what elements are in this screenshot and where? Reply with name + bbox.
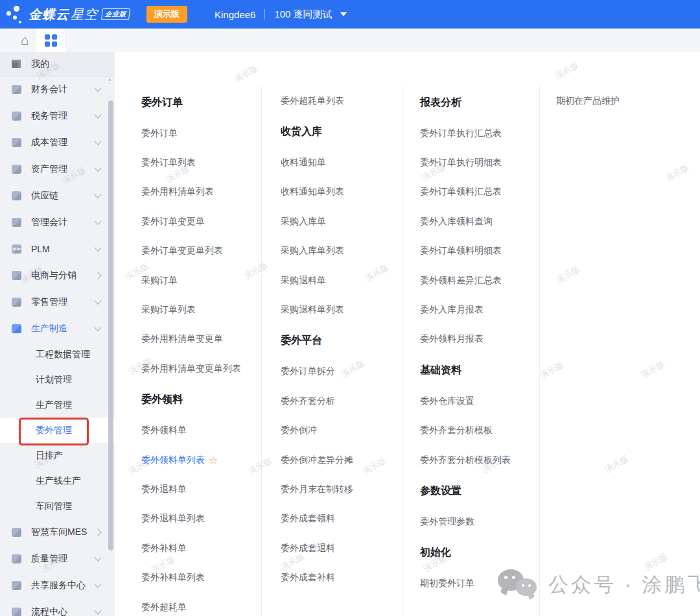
menu-item[interactable]: 采购入库单列表 [281,237,404,266]
sidebar-item-retail[interactable]: 零售管理 [0,289,115,315]
tab-app-menu[interactable] [36,29,65,52]
menu-item[interactable]: 委外订单变更单列表 [141,237,264,266]
menu-item-label: 采购入库单列表 [281,245,344,257]
menu-item-label: 收料通知单 [281,157,326,169]
menu-item-label: 委外订单 [141,128,178,139]
menu-item[interactable]: 委外月末在制转移 [281,475,404,504]
menu-item[interactable]: 委外用料清单列表 [141,178,264,207]
menu-item[interactable]: 委外用料清单变更单 [141,325,264,354]
sidebar-item-supply-chain[interactable]: 供应链 [0,182,115,209]
menu-item[interactable]: 委外退料单 [141,475,264,504]
menu-item[interactable]: 委外齐套分析 [281,386,404,416]
menu-group-header: 报表分析 [420,86,543,119]
menu-item-label: 委外倒冲 [281,425,317,436]
menu-item[interactable]: 委外用料清单变更单列表 [141,354,264,383]
menu-item[interactable]: 委外订单领料明细表 [420,237,543,266]
menu-item-label: 委外入库月报表 [420,304,484,316]
sidebar-item-label: 电商与分销 [31,270,76,281]
scrollbar-thumb[interactable] [108,101,113,551]
sidebar-item-process-center[interactable]: 流程中心 [0,598,115,616]
sidebar-item-shared-service-center[interactable]: 共享服务中心 [0,572,115,598]
sidebar-item-label: 供应链 [31,190,58,202]
menu-item[interactable]: 收料通知单列表 [281,178,404,207]
menu-item[interactable]: 委外订单列表 [141,148,264,177]
chevron-down-icon [94,164,101,171]
menu-item[interactable]: 采购退料单 [281,266,404,295]
menu-item[interactable]: 采购入库单 [281,207,404,236]
sidebar-subitem-label: 委外管理 [36,425,72,436]
menu-item[interactable]: 委外超耗单 [141,593,264,616]
menu-item[interactable]: 委外超耗单列表 [281,86,404,115]
sidebar-subitem-subcontract-mgmt[interactable]: 委外管理 [0,418,115,443]
menu-item[interactable]: 委外成套补料 [281,563,404,592]
sidebar-item-ecommerce-distribution[interactable]: 电商与分销 [0,262,115,289]
menu-item[interactable]: 委外订单 [141,119,264,148]
sidebar-scrollbar[interactable]: ^ [108,76,114,616]
sidebar-item-asset[interactable]: 资产管理 [0,156,115,182]
menu-item[interactable]: 委外倒冲差异分摊 [281,445,404,475]
menu-item[interactable]: 收料通知单 [281,148,404,177]
sidebar-subitem-workshop-mgmt[interactable]: 车间管理 [0,493,115,519]
menu-item[interactable]: 期初在产品维护 [556,86,679,115]
sidebar-item-label: 共享服务中心 [31,580,86,591]
menu-item-label: 委外仓库设置 [420,396,474,407]
menu-item[interactable]: 采购订单 [141,266,264,295]
menu-item[interactable]: 委外订单变更单 [141,207,264,236]
sidebar-item-finance[interactable]: 财务会计 [0,76,115,102]
menu-item-label: 委外月末在制转移 [281,484,353,495]
menu-item[interactable]: 委外补料单列表 [141,563,264,592]
favorite-star-icon[interactable]: ☆ [209,454,218,466]
sidebar-item-cost[interactable]: 成本管理 [0,129,115,156]
menu-item[interactable]: 委外领料单列表☆ [141,445,264,475]
menu-item[interactable]: 委外退料单列表 [141,504,264,534]
sidebar-item-tax[interactable]: 税务管理 [0,102,115,129]
menu-item[interactable]: 委外订单领料汇总表 [420,178,543,207]
sidebar: 我的 财务会计税务管理成本管理资产管理供应链管理会计PLMPLM电商与分销零售管… [0,52,115,616]
menu-item[interactable]: 委外倒冲 [281,416,404,445]
sidebar-item-production[interactable]: 生产制造 [0,315,115,342]
sidebar-item-label: 税务管理 [31,110,67,122]
menu-item[interactable]: 委外成套领料 [281,504,404,534]
menu-item[interactable]: 委外仓库设置 [420,386,543,416]
sidebar-item-quality[interactable]: 质量管理 [0,545,115,572]
sidebar-item-smart-workshop-mes[interactable]: 智慧车间MES [0,519,115,545]
sidebar-subitem-engineering-data[interactable]: 工程数据管理 [0,342,115,367]
menu-item[interactable]: 委外领料差异汇总表 [420,266,543,295]
menu-item[interactable]: 委外订单拆分 [281,357,404,386]
menu-item[interactable]: 委外齐套分析模板列表 [420,445,543,475]
menu-item[interactable]: 委外齐套分析模板 [420,416,543,445]
demo-version-badge: 演示版 [146,6,187,23]
sidebar-subitem-planning[interactable]: 计划管理 [0,367,115,392]
menu-item[interactable]: 委外成套退料 [281,534,404,563]
menu-item-label: 委外领料单 [141,425,187,436]
sidebar-item-label: 资产管理 [31,163,67,175]
finance-icon [12,85,21,94]
menu-column-3: 报表分析委外订单执行汇总表委外订单执行明细表委外订单领料汇总表委外入库领料查询委… [420,86,543,598]
menu-item[interactable]: 采购退料单列表 [281,295,404,324]
menu-item[interactable]: 委外订单执行汇总表 [420,119,543,148]
scrollbar-up-arrow-icon[interactable]: ^ [108,78,113,84]
sidebar-subitem-daily-scheduling[interactable]: 日排产 [0,443,115,468]
menu-item[interactable]: 委外管理参数 [420,507,543,536]
sidebar-item-plm[interactable]: PLMPLM [0,235,115,262]
home-icon[interactable]: ⌂ [17,32,32,48]
sidebar-item-management-accounting[interactable]: 管理会计 [0,209,115,235]
menu-item[interactable]: 委外领料单 [141,416,264,445]
account-switcher[interactable]: Kingdee6 100 逐同测试 [215,8,347,21]
shared-service-icon [12,581,21,590]
chevron-down-icon [340,12,347,16]
sidebar-subitem-production-line[interactable]: 生产线生产 [0,468,115,493]
account-name: Kingdee6 [215,9,255,20]
menu-item[interactable]: 委外入库领料查询 [420,207,543,236]
menu-item[interactable]: 委外领料月报表 [420,325,543,354]
sidebar-subitem-production-mgmt[interactable]: 生产管理 [0,392,115,418]
sidebar-item-my[interactable]: 我的 [0,52,115,77]
chevron-right-icon [94,272,101,279]
menu-item[interactable]: 委外补料单 [141,534,264,563]
menu-item[interactable]: 采购订单列表 [141,295,264,324]
menu-item[interactable]: 委外订单执行明细表 [420,148,543,177]
chevron-down-icon [94,244,101,251]
menu-item[interactable]: 委外入库月报表 [420,295,543,324]
cost-icon [12,138,21,147]
menu-group-header-label: 参数设置 [420,484,461,498]
